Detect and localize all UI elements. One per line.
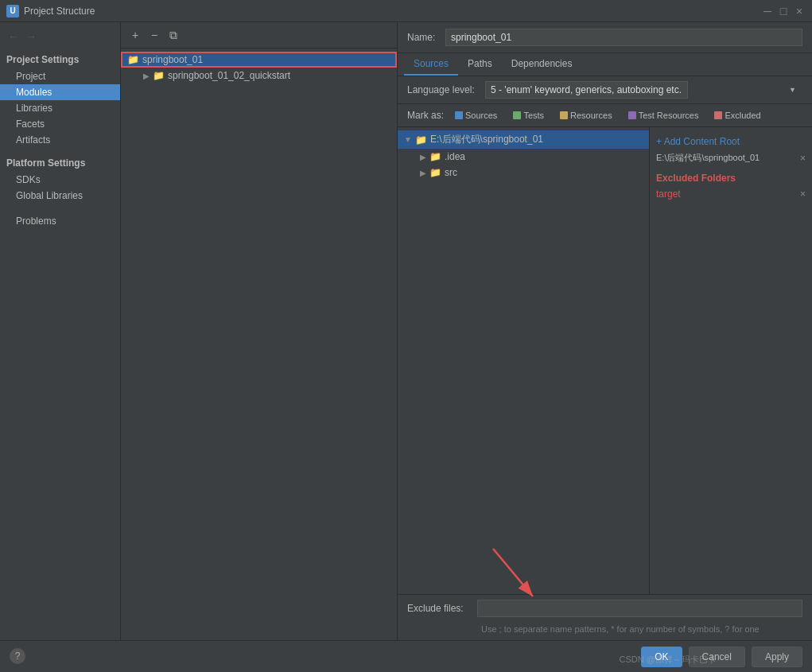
help-button[interactable]: ? bbox=[10, 648, 25, 664]
forward-arrow-icon[interactable]: → bbox=[24, 29, 38, 45]
content-root-path-row: E:\后端代码\springboot_01 × bbox=[656, 150, 806, 166]
mark-tests-button[interactable]: Tests bbox=[508, 109, 549, 122]
add-module-button[interactable]: + bbox=[127, 27, 143, 43]
tabs-bar: Sources Paths Dependencies bbox=[398, 53, 812, 76]
name-row: Name: bbox=[398, 22, 812, 53]
tree-item-springboot-01-02[interactable]: ▶ 📁 springboot_01_02_quickstart bbox=[121, 68, 397, 84]
lang-row: Language level: 5 - 'enum' keyword, gene… bbox=[398, 76, 812, 104]
right-panel: + Add Content Root E:\后端代码\springboot_01… bbox=[649, 127, 812, 594]
exclude-files-row: Exclude files: bbox=[398, 594, 812, 622]
module-tree: 📁 springboot_01 ▶ 📁 springboot_01_02_qui… bbox=[121, 49, 397, 640]
excluded-folders-label: Excluded Folders bbox=[656, 166, 806, 187]
folder-icon: 📁 bbox=[429, 151, 441, 162]
copy-module-button[interactable]: ⧉ bbox=[165, 27, 181, 43]
mark-resources-button[interactable]: Resources bbox=[555, 109, 617, 122]
content-tree-root[interactable]: ▼ 📁 E:\后端代码\springboot_01 bbox=[398, 130, 649, 149]
tree-item-springboot-01[interactable]: 📁 springboot_01 bbox=[121, 52, 397, 68]
sidebar-item-modules[interactable]: Modules bbox=[0, 84, 120, 100]
sidebar-item-facets[interactable]: Facets bbox=[0, 116, 120, 132]
minimize-button[interactable]: ─ bbox=[761, 5, 774, 17]
folder-icon: 📁 bbox=[127, 54, 139, 65]
content-tree-src[interactable]: ▶ 📁 src bbox=[398, 165, 649, 181]
sidebar-item-artifacts[interactable]: Artifacts bbox=[0, 132, 120, 148]
remove-module-button[interactable]: − bbox=[146, 27, 162, 43]
mark-test-resources-button[interactable]: Test Resources bbox=[624, 109, 704, 122]
folder-icon: 📁 bbox=[415, 134, 427, 146]
lang-level-label: Language level: bbox=[407, 84, 479, 95]
apply-button[interactable]: Apply bbox=[752, 647, 802, 667]
sidebar-item-global-libraries[interactable]: Global Libraries bbox=[0, 188, 120, 204]
mark-as-row: Mark as: Sources Tests Resources Test Re… bbox=[398, 104, 812, 127]
module-panel: + − ⧉ 📁 springboot_01 ▶ 📁 springboot_01_… bbox=[121, 22, 398, 640]
tab-dependencies[interactable]: Dependencies bbox=[502, 53, 582, 76]
title-bar-controls: ─ □ × bbox=[761, 5, 806, 17]
maximize-button[interactable]: □ bbox=[777, 5, 790, 17]
tab-sources[interactable]: Sources bbox=[404, 53, 458, 76]
content-root-path-text: E:\后端代码\springboot_01 bbox=[656, 152, 760, 164]
ok-button[interactable]: OK bbox=[641, 647, 682, 667]
sidebar: ← → Project Settings Project Modules Lib… bbox=[0, 22, 121, 640]
folder-icon: 📁 bbox=[153, 70, 165, 81]
expand-icon: ▶ bbox=[420, 169, 426, 177]
content-tree-area: ▼ 📁 E:\后端代码\springboot_01 ▶ 📁 .idea ▶ 📁 … bbox=[398, 127, 812, 594]
sources-dot bbox=[455, 111, 463, 119]
bottom-bar: OK Cancel Apply bbox=[0, 640, 812, 672]
app-icon: U bbox=[6, 5, 19, 17]
folder-icon: 📁 bbox=[429, 167, 441, 178]
content-panel: Name: Sources Paths Dependencies Languag… bbox=[398, 22, 812, 640]
tests-dot bbox=[513, 111, 521, 119]
exclude-files-hint: Use ; to separate name patterns, * for a… bbox=[398, 622, 812, 640]
project-settings-label: Project Settings bbox=[0, 48, 120, 68]
sidebar-item-sdks[interactable]: SDKs bbox=[0, 172, 120, 188]
excluded-folder-text: target bbox=[656, 188, 681, 200]
mark-excluded-button[interactable]: Excluded bbox=[709, 109, 765, 122]
back-arrow-icon[interactable]: ← bbox=[6, 29, 21, 45]
name-input[interactable] bbox=[445, 29, 802, 46]
excluded-dot bbox=[714, 111, 722, 119]
add-content-root-button[interactable]: + Add Content Root bbox=[656, 134, 806, 150]
expand-icon: ▶ bbox=[420, 153, 426, 161]
mark-as-label: Mark as: bbox=[407, 110, 444, 121]
close-button[interactable]: × bbox=[793, 5, 806, 17]
cancel-button[interactable]: Cancel bbox=[689, 647, 745, 667]
remove-excluded-folder-button[interactable]: × bbox=[800, 188, 806, 200]
sidebar-item-libraries[interactable]: Libraries bbox=[0, 100, 120, 116]
sidebar-item-problems[interactable]: Problems bbox=[0, 213, 120, 229]
excluded-folder-target: target × bbox=[656, 187, 806, 201]
expand-icon: ▼ bbox=[404, 135, 412, 144]
exclude-files-input[interactable] bbox=[477, 600, 802, 617]
tree-expand-arrow: ▶ bbox=[143, 72, 150, 80]
test-resources-dot bbox=[628, 111, 636, 119]
lang-level-select[interactable]: 5 - 'enum' keyword, generics, autoboxing… bbox=[485, 81, 688, 99]
sidebar-nav-top: ← → bbox=[0, 25, 120, 48]
remove-content-root-button[interactable]: × bbox=[800, 153, 806, 164]
lang-select-wrapper: 5 - 'enum' keyword, generics, autoboxing… bbox=[485, 81, 802, 99]
title-bar-text: Project Structure bbox=[24, 6, 761, 17]
content-tree-left: ▼ 📁 E:\后端代码\springboot_01 ▶ 📁 .idea ▶ 📁 … bbox=[398, 127, 649, 594]
sidebar-item-project[interactable]: Project bbox=[0, 68, 120, 84]
tab-paths[interactable]: Paths bbox=[458, 53, 502, 76]
title-bar: U Project Structure ─ □ × bbox=[0, 0, 812, 22]
mark-sources-button[interactable]: Sources bbox=[450, 109, 502, 122]
exclude-files-label: Exclude files: bbox=[407, 603, 471, 614]
name-label: Name: bbox=[407, 32, 439, 43]
module-toolbar: + − ⧉ bbox=[121, 22, 397, 49]
platform-settings-label: Platform Settings bbox=[0, 148, 120, 172]
resources-dot bbox=[560, 111, 568, 119]
main-container: ← → Project Settings Project Modules Lib… bbox=[0, 22, 812, 640]
content-tree-idea[interactable]: ▶ 📁 .idea bbox=[398, 149, 649, 165]
